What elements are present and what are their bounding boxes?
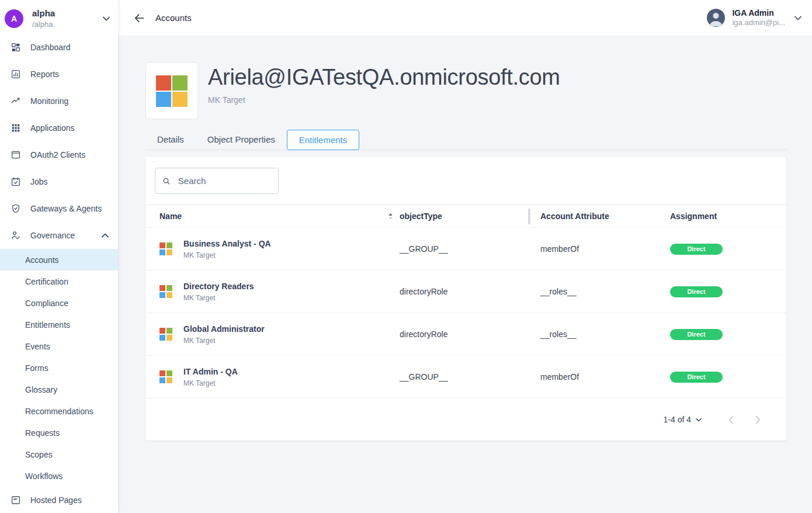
chevron-down-icon [794, 16, 801, 20]
dashboard-icon [11, 42, 21, 53]
sidebar-item-label: Monitoring [30, 96, 68, 106]
sidebar-item-glossary[interactable]: Glossary [0, 379, 118, 400]
hosted-pages-icon [11, 495, 21, 505]
sidebar-item-recommendations[interactable]: Recommendations [0, 400, 118, 422]
sidebar-item-reports[interactable]: Reports [0, 61, 118, 88]
assignment-badge: Direct [670, 329, 723, 340]
entitlement-name: Business Analyst - QA [183, 239, 271, 248]
column-header-account-attribute[interactable]: Account Attribute [530, 212, 657, 221]
sidebar-item-scopes[interactable]: Scopes [0, 443, 118, 465]
sidebar-item-jobs[interactable]: Jobs [0, 168, 118, 195]
microsoft-logo-icon [156, 75, 188, 107]
assignment-badge: Direct [670, 286, 723, 297]
sidebar-item-hosted-pages[interactable]: Hosted Pages [0, 487, 118, 513]
pagination-range-label: 1-4 of 4 [664, 415, 691, 424]
sidebar-item-requests[interactable]: Requests [0, 422, 118, 443]
sidebar-item-label: Applications [30, 123, 75, 133]
sidebar-item-workflows[interactable]: Workflows [0, 465, 118, 487]
tab-bar: Details Object Properties Entitlements [145, 129, 786, 150]
table-row[interactable]: Business Analyst - QA MK Target __GROUP_… [145, 227, 786, 270]
microsoft-logo-icon [159, 328, 172, 341]
user-name: IGA Admin [732, 8, 785, 19]
entitlements-card: Name objectType Account Attribute Assign… [145, 157, 786, 441]
applications-icon [11, 123, 21, 133]
table-row[interactable]: IT Admin - QA MK Target __GROUP__ member… [145, 355, 786, 398]
sidebar-item-dashboard[interactable]: Dashboard [0, 34, 118, 61]
assignment-badge: Direct [670, 244, 723, 255]
chevron-down-icon [696, 418, 702, 422]
entitlement-name: Directory Readers [183, 282, 254, 291]
sidebar-item-accounts[interactable]: Accounts [0, 249, 118, 271]
microsoft-logo-icon [159, 370, 172, 383]
pagination-previous-button[interactable] [724, 413, 738, 427]
entitlement-name: IT Admin - QA [183, 367, 238, 376]
sidebar-item-monitoring[interactable]: Monitoring [0, 88, 118, 115]
chevron-left-icon [728, 415, 734, 424]
application-logo-card [145, 63, 198, 119]
sidebar-item-label: Hosted Pages [30, 495, 82, 505]
search-icon [162, 176, 171, 186]
workspace-name: alpha [32, 8, 55, 19]
entitlement-target: MK Target [183, 379, 238, 387]
sidebar: A alpha /alpha DashboardReportsMonitorin… [0, 0, 118, 513]
pagination-next-button[interactable] [751, 413, 765, 427]
search-input[interactable] [177, 175, 271, 186]
sidebar-item-oauth2-clients[interactable]: OAuth2 Clients [0, 141, 118, 168]
table-row[interactable]: Directory Readers MK Target directoryRol… [145, 270, 786, 313]
breadcrumb-title: Accounts [155, 13, 192, 23]
sort-ascending-icon[interactable] [387, 212, 394, 221]
search-box [155, 168, 279, 194]
sidebar-item-events[interactable]: Events [0, 335, 118, 357]
table-footer: 1-4 of 4 [145, 398, 786, 441]
reports-icon [11, 69, 21, 79]
object-type-cell: __GROUP__ [400, 372, 528, 382]
entitlement-target: MK Target [183, 337, 265, 345]
microsoft-logo-icon [159, 285, 172, 298]
back-button[interactable] [132, 11, 146, 25]
page-subtitle: MK Target [208, 95, 560, 105]
microsoft-logo-icon [159, 242, 172, 255]
account-attribute-cell: __roles__ [530, 330, 657, 339]
pagination-range-selector[interactable]: 1-4 of 4 [664, 415, 702, 424]
assignment-badge: Direct [670, 372, 723, 383]
user-menu[interactable]: IGA Admin iga.admin@pi... [707, 8, 801, 28]
gateways-agents-icon [11, 203, 21, 214]
sidebar-item-compliance[interactable]: Compliance [0, 292, 118, 314]
main-content: Ariela@IGATestQA.onmicrosoft.com MK Targ… [118, 36, 812, 513]
object-type-cell: directoryRole [400, 287, 528, 296]
sidebar-item-forms[interactable]: Forms [0, 357, 118, 379]
sidebar-item-label: Gateways & Agents [30, 204, 102, 213]
sidebar-item-governance[interactable]: Governance [0, 222, 118, 249]
sidebar-item-label: Jobs [30, 177, 48, 186]
object-type-cell: directoryRole [400, 330, 528, 339]
sidebar-item-label: Dashboard [30, 43, 71, 52]
account-attribute-cell: memberOf [530, 372, 657, 382]
column-header-assignment[interactable]: Assignment [657, 212, 786, 221]
workspace-avatar: A [5, 9, 23, 28]
sidebar-item-certification[interactable]: Certification [0, 271, 118, 292]
entitlement-name: Global Administrator [183, 324, 265, 334]
entitlement-target: MK Target [183, 294, 254, 302]
account-attribute-cell: memberOf [530, 244, 657, 254]
tab-details[interactable]: Details [145, 130, 196, 150]
account-attribute-cell: __roles__ [530, 287, 657, 296]
tab-entitlements[interactable]: Entitlements [287, 130, 360, 150]
arrow-left-icon [133, 12, 145, 24]
sidebar-item-gateways-agents[interactable]: Gateways & Agents [0, 195, 118, 222]
user-email: iga.admin@pi... [732, 18, 785, 27]
topbar: Accounts IGA Admin iga.admin@pi... [118, 0, 812, 36]
tab-object-properties[interactable]: Object Properties [196, 130, 287, 150]
table-body: Business Analyst - QA MK Target __GROUP_… [145, 227, 786, 398]
governance-icon [11, 230, 21, 241]
entitlement-target: MK Target [183, 251, 271, 259]
table-row[interactable]: Global Administrator MK Target directory… [145, 313, 786, 355]
sidebar-item-entitlements[interactable]: Entitlements [0, 314, 118, 335]
workspace-path: /alpha [32, 20, 55, 29]
column-header-object-type[interactable]: objectType [400, 212, 528, 221]
sidebar-item-applications[interactable]: Applications [0, 115, 118, 141]
sidebar-nav: DashboardReportsMonitoringApplicationsOA… [0, 34, 118, 513]
table-header: Name objectType Account Attribute Assign… [145, 204, 786, 227]
column-header-name[interactable]: Name [159, 212, 182, 221]
workspace-switcher[interactable]: A alpha /alpha [0, 0, 118, 34]
object-type-cell: __GROUP__ [400, 244, 528, 254]
